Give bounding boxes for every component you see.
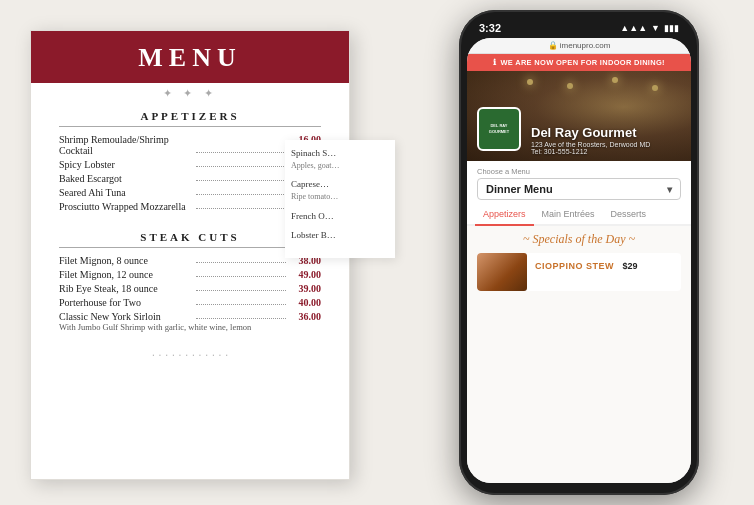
phone-status-icons: ▲▲▲ ▼ ▮▮▮ bbox=[620, 23, 679, 33]
info-icon: ℹ bbox=[493, 58, 496, 67]
specials-header: Specials of the Day bbox=[477, 232, 681, 247]
dish-price: $29 bbox=[622, 261, 637, 271]
table-row: Rib Eye Steak, 18 ounce 39.00 bbox=[59, 283, 321, 294]
steak-title: STEAK CUTS bbox=[59, 231, 321, 243]
dish-image bbox=[477, 253, 527, 291]
tab-desserts[interactable]: Desserts bbox=[603, 204, 655, 224]
restaurant-phone: Tel: 301-555-1212 bbox=[531, 148, 683, 155]
menu-picker-container: Choose a Menu Dinner Menu ▾ bbox=[467, 161, 691, 204]
menu-picker-label: Choose a Menu bbox=[477, 167, 681, 176]
list-item: Spinach S…Apples, goat… bbox=[291, 148, 389, 171]
partial-menu-strip: Spinach S…Apples, goat… Caprese…Ripe tom… bbox=[285, 140, 395, 258]
dish-card: CIOPPINO STEW $29 bbox=[477, 253, 681, 291]
battery-icon: ▮▮▮ bbox=[664, 23, 679, 33]
wifi-icon: ▼ bbox=[651, 23, 660, 33]
signal-icon: ▲▲▲ bbox=[620, 23, 647, 33]
dish-details: CIOPPINO STEW $29 bbox=[535, 253, 681, 275]
phone-frame: 3:32 ▲▲▲ ▼ ▮▮▮ 🔒 imenupro.com ℹ WE ARE N… bbox=[459, 10, 699, 495]
table-row: Filet Mignon, 8 ounce 38.00 bbox=[59, 255, 321, 266]
table-row: Prosciutto Wrapped Mozzarella 14.00 bbox=[59, 201, 321, 212]
table-row: Filet Mignon, 12 ounce 49.00 bbox=[59, 269, 321, 280]
restaurant-name: Del Ray Gourmet bbox=[531, 125, 683, 140]
table-row: Shrimp Remoulade/Shrimp Cocktail 16.00 bbox=[59, 134, 321, 156]
table-row: Spicy Lobster 19.00 bbox=[59, 159, 321, 170]
menu-continuation-dots: . . . . . . . . . . . . bbox=[31, 345, 349, 359]
restaurant-address: 123 Ave of the Roosters, Derwood MD bbox=[531, 141, 683, 148]
phone-mockup: 3:32 ▲▲▲ ▼ ▮▮▮ 🔒 imenupro.com ℹ WE ARE N… bbox=[459, 10, 699, 495]
menu-content-area: Specials of the Day CIOPPINO STEW $29 bbox=[467, 226, 691, 483]
restaurant-hero-image: DEL RAYGOURMET Del Ray Gourmet 123 Ave o… bbox=[467, 71, 691, 161]
menu-category-tabs: Appetizers Main Entrées Desserts bbox=[467, 204, 691, 226]
tab-main-entrees[interactable]: Main Entrées bbox=[534, 204, 603, 224]
dish-name: CIOPPINO STEW bbox=[535, 261, 614, 271]
table-row: Porterhouse for Two 40.00 bbox=[59, 297, 321, 308]
promo-banner: ℹ WE ARE NOW OPEN FOR INDOOR DINING! bbox=[467, 54, 691, 71]
menu-picker-value: Dinner Menu bbox=[486, 183, 553, 195]
list-item: French O… bbox=[291, 211, 389, 223]
phone-screen: 🔒 imenupro.com ℹ WE ARE NOW OPEN FOR IND… bbox=[467, 38, 691, 483]
url-bar[interactable]: 🔒 imenupro.com bbox=[467, 38, 691, 54]
list-item: Caprese…Ripe tomato… bbox=[291, 179, 389, 202]
phone-time: 3:32 bbox=[479, 22, 501, 34]
table-row: Baked Escargot 16.00 bbox=[59, 173, 321, 184]
list-item: Lobster B… bbox=[291, 230, 389, 242]
phone-status-bar: 3:32 ▲▲▲ ▼ ▮▮▮ bbox=[467, 22, 691, 34]
tab-appetizers[interactable]: Appetizers bbox=[475, 204, 534, 226]
restaurant-logo: DEL RAYGOURMET bbox=[477, 107, 521, 151]
menu-picker-dropdown[interactable]: Dinner Menu ▾ bbox=[477, 178, 681, 200]
paper-menu-title: MENU bbox=[31, 31, 349, 83]
appetizers-title: APPETIZERS bbox=[59, 110, 321, 122]
table-row: Classic New York Sirloin 36.00 bbox=[59, 311, 321, 322]
table-row: Seared Ahi Tuna 17.00 bbox=[59, 187, 321, 198]
chevron-down-icon: ▾ bbox=[667, 184, 672, 195]
restaurant-hero-info: Del Ray Gourmet 123 Ave of the Roosters,… bbox=[527, 119, 691, 161]
menu-item-description: With Jumbo Gulf Shrimp with garlic, whit… bbox=[59, 322, 321, 332]
